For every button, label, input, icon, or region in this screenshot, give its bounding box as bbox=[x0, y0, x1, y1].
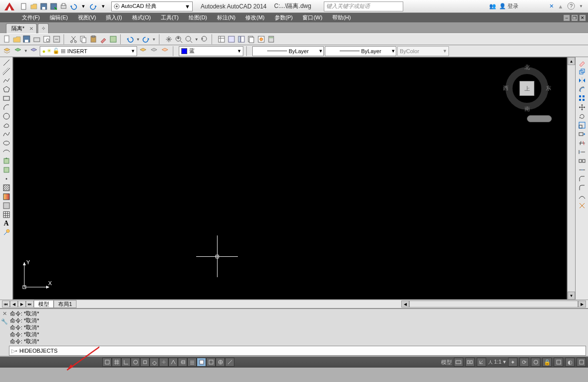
qat-save-icon[interactable] bbox=[39, 1, 49, 11]
menu-file[interactable]: 文件(F) bbox=[17, 14, 45, 21]
sb-lwt[interactable] bbox=[187, 358, 197, 367]
chamfer-icon[interactable] bbox=[577, 174, 588, 183]
sb-annovis[interactable]: ✦ bbox=[508, 358, 517, 367]
layer-dropdown[interactable]: ●☀🔓▦ INSERT ▾ bbox=[40, 46, 137, 56]
file-tab-new[interactable]: ✧ bbox=[38, 23, 49, 33]
qat-new-icon[interactable] bbox=[19, 1, 29, 11]
point-icon[interactable] bbox=[1, 174, 12, 183]
drawing-canvas[interactable]: Y X 上 北 南 东 西 bbox=[13, 57, 567, 300]
scale-icon[interactable] bbox=[577, 121, 588, 130]
zoom-rt-icon[interactable]: + bbox=[174, 34, 184, 44]
sb-ducs[interactable] bbox=[168, 358, 178, 367]
redo-dd[interactable]: ▼ bbox=[151, 37, 157, 42]
sb-annoscale-icon[interactable] bbox=[477, 358, 486, 367]
erase-icon[interactable] bbox=[577, 58, 588, 67]
join-icon[interactable] bbox=[577, 165, 588, 174]
toolpalettes-icon[interactable] bbox=[236, 34, 246, 44]
ltab-last-icon[interactable]: ⏭ bbox=[26, 301, 34, 307]
pan-icon[interactable] bbox=[164, 34, 174, 44]
array-icon[interactable] bbox=[577, 94, 588, 103]
workspace-dropdown[interactable]: AutoCAD 经典 ▼ bbox=[111, 1, 193, 11]
menu-edit[interactable]: 编辑(E) bbox=[45, 14, 73, 21]
zoom-win-icon[interactable] bbox=[184, 34, 194, 44]
rotate-icon[interactable] bbox=[577, 112, 588, 121]
layerfilter-icon[interactable] bbox=[29, 46, 39, 56]
sb-3dosnap[interactable] bbox=[149, 358, 159, 367]
layermatch-icon[interactable] bbox=[138, 46, 148, 56]
viewcube-west[interactable]: 西 bbox=[503, 84, 509, 92]
redo-icon[interactable] bbox=[141, 34, 151, 44]
qat-open-icon[interactable] bbox=[29, 1, 39, 11]
color-dropdown[interactable]: 蓝 ▾ bbox=[179, 46, 243, 56]
exchange-icon[interactable]: ✕ bbox=[549, 3, 554, 9]
trim-icon[interactable] bbox=[577, 139, 588, 148]
viewcube-east[interactable]: 东 bbox=[546, 84, 551, 92]
qat-undo-dd-icon[interactable]: ▾ bbox=[78, 1, 88, 11]
line-icon[interactable] bbox=[1, 58, 12, 67]
sb-dyn[interactable] bbox=[178, 358, 187, 367]
paste-icon[interactable] bbox=[88, 34, 98, 44]
polygon-icon[interactable] bbox=[1, 85, 12, 94]
move-icon[interactable] bbox=[577, 103, 588, 112]
blend-icon[interactable] bbox=[577, 192, 588, 201]
file-tab-active[interactable]: 隔离* ✕ bbox=[6, 23, 37, 33]
layerstates-icon[interactable] bbox=[13, 46, 23, 56]
scroll-right-icon[interactable]: ▶ bbox=[578, 301, 586, 307]
menu-param[interactable]: 参数(P) bbox=[270, 14, 298, 21]
break-icon[interactable] bbox=[577, 156, 588, 165]
sb-iso[interactable]: ◐ bbox=[565, 358, 575, 367]
linetype-dropdown[interactable]: ByLayer ▾ bbox=[252, 46, 324, 56]
sb-quickview-l[interactable] bbox=[454, 358, 463, 367]
addselected-icon[interactable] bbox=[1, 228, 12, 237]
file-tab-close-icon[interactable]: ✕ bbox=[29, 26, 33, 31]
layout-tab-model[interactable]: 模型 bbox=[34, 300, 54, 308]
command-input[interactable]: ▷▪ HIDEOBJECTS bbox=[9, 346, 586, 356]
sb-model[interactable]: 模型 bbox=[441, 359, 452, 366]
sb-otrack[interactable] bbox=[159, 358, 168, 367]
layerstates-dd[interactable]: ▼ bbox=[24, 49, 28, 53]
menu-window[interactable]: 窗口(W) bbox=[297, 14, 327, 21]
ellipsearc-icon[interactable] bbox=[1, 148, 12, 156]
app-logo[interactable] bbox=[2, 1, 17, 12]
sb-am[interactable] bbox=[225, 358, 234, 367]
markup-icon[interactable] bbox=[256, 34, 266, 44]
offset-icon[interactable] bbox=[577, 85, 588, 94]
publish-icon[interactable] bbox=[52, 34, 62, 44]
sb-annauto[interactable]: ⟳ bbox=[519, 358, 529, 367]
signin-button[interactable]: 👤 登录 bbox=[499, 2, 518, 10]
ltab-first-icon[interactable]: ⏮ bbox=[2, 301, 10, 307]
cmd-close-icon[interactable]: ✕ bbox=[1, 310, 8, 317]
spline-icon[interactable] bbox=[1, 130, 12, 139]
sb-clean[interactable] bbox=[577, 358, 586, 367]
search-input[interactable]: 键入关键字或短语 bbox=[324, 1, 403, 11]
help-dd-icon[interactable]: ▼ bbox=[579, 4, 583, 8]
undo-dd[interactable]: ▼ bbox=[135, 37, 141, 42]
sb-sc[interactable] bbox=[216, 358, 225, 367]
pline-icon[interactable] bbox=[1, 76, 12, 85]
cmd-config-icon[interactable]: 🔧 bbox=[1, 318, 8, 325]
sb-lock[interactable]: 🔒 bbox=[542, 358, 552, 367]
rectangle-icon[interactable] bbox=[1, 94, 12, 103]
explode-icon[interactable] bbox=[577, 201, 588, 210]
sb-scale[interactable]: 人 1:1 ▾ bbox=[488, 359, 506, 366]
preview-icon[interactable] bbox=[42, 34, 52, 44]
zoom-dd[interactable]: ▼ bbox=[194, 37, 200, 42]
qcalc-icon[interactable] bbox=[266, 34, 276, 44]
menu-insert[interactable]: 插入(I) bbox=[101, 14, 127, 21]
layerprops-icon[interactable] bbox=[2, 46, 12, 56]
layerprev-icon[interactable] bbox=[149, 46, 159, 56]
table-icon[interactable] bbox=[1, 210, 12, 219]
mdi-restore[interactable]: ❐ bbox=[571, 14, 578, 21]
copy2-icon[interactable] bbox=[577, 67, 588, 76]
sheetset-icon[interactable] bbox=[246, 34, 256, 44]
scroll-down-icon[interactable]: ▼ bbox=[568, 292, 575, 300]
fillet-icon[interactable] bbox=[577, 183, 588, 192]
copy-icon[interactable] bbox=[78, 34, 88, 44]
sb-polar[interactable] bbox=[131, 358, 140, 367]
save-icon[interactable] bbox=[22, 34, 32, 44]
menu-format[interactable]: 格式(O) bbox=[127, 14, 156, 21]
qat-undo-icon[interactable] bbox=[69, 1, 78, 11]
qat-saveas-icon[interactable] bbox=[49, 1, 59, 11]
xline-icon[interactable] bbox=[1, 67, 12, 76]
menu-view[interactable]: 视图(V) bbox=[73, 14, 101, 21]
